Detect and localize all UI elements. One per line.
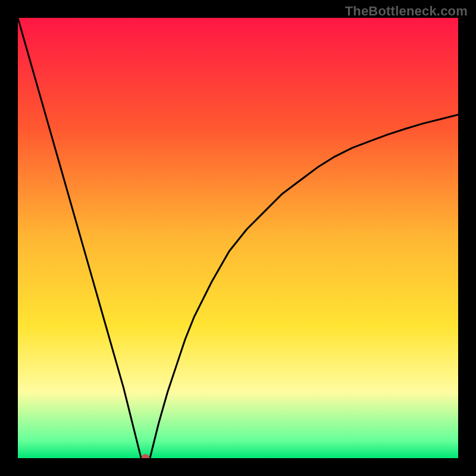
gradient-background [18,18,458,458]
plot-area [18,18,458,458]
watermark-text: TheBottleneck.com [345,4,468,19]
chart-frame: TheBottleneck.com [0,0,476,476]
bottleneck-chart [18,18,458,458]
